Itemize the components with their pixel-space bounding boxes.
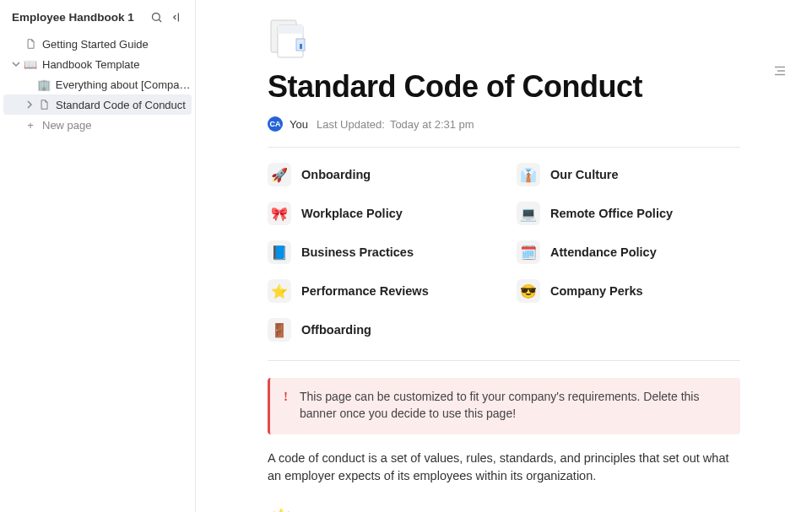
toc-icon: 🚀 bbox=[268, 163, 291, 186]
sidebar-item[interactable]: 🏢Everything about [Company] bbox=[3, 74, 192, 94]
svg-point-0 bbox=[152, 13, 160, 20]
disclosure-triangle[interactable] bbox=[24, 100, 35, 109]
page-icon bbox=[37, 99, 51, 110]
divider bbox=[268, 360, 740, 361]
toc-icon: 🗓️ bbox=[517, 240, 540, 264]
sidebar-item-label: Getting Started Guide bbox=[42, 38, 149, 51]
toc-icon: 📘 bbox=[268, 240, 291, 264]
search-icon[interactable] bbox=[149, 10, 163, 24]
toc-link[interactable]: 👔Our Culture bbox=[517, 163, 740, 186]
heading-text: Our Mission & Core Values bbox=[301, 508, 582, 512]
main-area: Standard Code of Conduct CA You Last Upd… bbox=[196, 0, 812, 512]
banner-text: This page can be customized to fit your … bbox=[300, 388, 727, 423]
toc-icon: 💻 bbox=[517, 202, 540, 225]
author-name: You bbox=[290, 118, 308, 131]
doc-icon bbox=[24, 38, 37, 50]
sidebar-header: Employee Handbook 1 bbox=[0, 5, 195, 32]
info-banner[interactable]: ! This page can be customized to fit you… bbox=[268, 378, 740, 434]
workspace-title: Employee Handbook 1 bbox=[12, 11, 143, 24]
toc-icon: 🚪 bbox=[268, 318, 291, 342]
disclosure-triangle[interactable] bbox=[10, 60, 22, 68]
toc-label: Company Perks bbox=[550, 284, 643, 298]
toc-link[interactable]: 😎Company Perks bbox=[517, 279, 740, 303]
page-title[interactable]: Standard Code of Conduct bbox=[268, 69, 740, 105]
document-content: Standard Code of Conduct CA You Last Upd… bbox=[268, 0, 740, 512]
toc-label: Offboarding bbox=[301, 323, 371, 337]
toc-icon: ⭐ bbox=[268, 279, 291, 303]
toc-link[interactable]: 🎀Workplace Policy bbox=[268, 202, 491, 225]
divider bbox=[268, 147, 740, 148]
svg-line-1 bbox=[159, 19, 161, 22]
toc-grid: 🚀Onboarding👔Our Culture🎀Workplace Policy… bbox=[268, 163, 740, 342]
toc-label: Our Culture bbox=[550, 168, 619, 181]
toc-icon: 😎 bbox=[517, 279, 540, 303]
toc-label: Business Practices bbox=[301, 245, 414, 259]
toc-link[interactable]: ⭐Performance Reviews bbox=[268, 279, 491, 303]
page-cover-icon[interactable] bbox=[268, 19, 311, 59]
toc-label: Performance Reviews bbox=[301, 284, 429, 298]
heading-mission-values[interactable]: 🌟 Our Mission & Core Values bbox=[268, 508, 740, 512]
toc-link[interactable]: 🗓️Attendance Policy bbox=[517, 240, 740, 264]
last-updated-value: Today at 2:31 pm bbox=[390, 118, 474, 131]
new-page-button[interactable]: +New page bbox=[3, 115, 192, 135]
warning-icon: ! bbox=[284, 388, 288, 423]
page-tree: Getting Started Guide📖Handbook Template🏢… bbox=[0, 32, 195, 135]
plus-icon: + bbox=[24, 119, 37, 132]
author-avatar: CA bbox=[268, 116, 283, 132]
sparkle-icon: 🌟 bbox=[268, 508, 295, 512]
sidebar-item-label: Handbook Template bbox=[42, 58, 139, 71]
collapse-sidebar-icon[interactable] bbox=[170, 10, 183, 24]
toc-label: Workplace Policy bbox=[301, 207, 403, 220]
sidebar-item[interactable]: Standard Code of Conduct bbox=[3, 94, 192, 115]
page-meta: CA You Last Updated: Today at 2:31 pm bbox=[268, 116, 740, 132]
toc-icon: 🎀 bbox=[268, 202, 291, 225]
sidebar-item-label: Standard Code of Conduct bbox=[56, 99, 186, 111]
sidebar-item[interactable]: Getting Started Guide bbox=[3, 34, 192, 54]
sidebar-item-label: Everything about [Company] bbox=[56, 78, 192, 91]
sidebar-item-label: New page bbox=[42, 119, 92, 132]
office-emoji: 🏢 bbox=[37, 78, 51, 91]
svg-rect-8 bbox=[278, 25, 303, 34]
intro-paragraph[interactable]: A code of conduct is a set of values, ru… bbox=[268, 450, 740, 487]
toc-label: Attendance Policy bbox=[550, 245, 657, 259]
toc-link[interactable]: 🚀Onboarding bbox=[268, 163, 491, 186]
sidebar: Employee Handbook 1 Getting Started Guid… bbox=[0, 0, 196, 512]
toc-label: Onboarding bbox=[301, 168, 371, 181]
svg-rect-10 bbox=[300, 44, 302, 49]
toc-label: Remote Office Policy bbox=[550, 207, 673, 220]
last-updated-label: Last Updated: bbox=[317, 118, 385, 131]
toc-icon: 👔 bbox=[517, 163, 540, 186]
sidebar-item[interactable]: 📖Handbook Template bbox=[3, 54, 192, 74]
book-emoji: 📖 bbox=[24, 58, 37, 71]
outline-toggle-icon[interactable] bbox=[771, 62, 788, 79]
toc-link[interactable]: 🚪Offboarding bbox=[268, 318, 491, 342]
toc-link[interactable]: 📘Business Practices bbox=[268, 240, 491, 264]
toc-link[interactable]: 💻Remote Office Policy bbox=[517, 202, 740, 225]
